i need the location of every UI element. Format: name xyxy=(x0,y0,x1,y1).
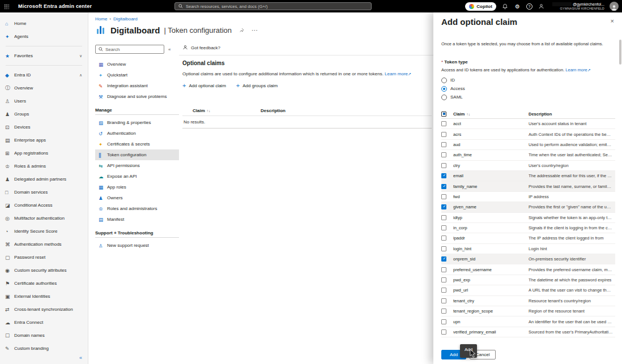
avatar[interactable] xyxy=(610,2,619,11)
add-optional-claim-button[interactable]: + Add optional claim xyxy=(182,83,226,89)
claim-row[interactable]: verified_primary_email Sourced from the … xyxy=(441,327,615,337)
sidebar-item[interactable]: ◎ Multifactor authentication xyxy=(0,212,88,225)
sidebar-item[interactable]: ⇄ Cross-tenant synchronization xyxy=(0,303,88,316)
subnav-item[interactable]: ↺ Authentication xyxy=(95,128,179,139)
subnav-item[interactable]: ||| Token configuration xyxy=(95,149,179,160)
claim-checkbox[interactable] xyxy=(441,152,446,157)
subnav-item[interactable]: Support + Troubleshooting xyxy=(95,229,179,238)
claim-checkbox[interactable] xyxy=(441,215,446,220)
claim-checkbox[interactable] xyxy=(441,277,446,282)
sidebar-item[interactable]: ▢ Password reset xyxy=(0,251,88,264)
subnav-item[interactable]: ⇆ API permissions xyxy=(95,160,179,171)
claim-checkbox[interactable] xyxy=(441,204,446,209)
close-icon[interactable]: × xyxy=(610,17,615,25)
sidebar-item[interactable]: ♟ Groups xyxy=(0,108,88,121)
claim-row[interactable]: idtyp Signals whether the token is an ap… xyxy=(441,213,615,223)
claim-checkbox[interactable] xyxy=(441,163,446,168)
claim-row[interactable]: tenant_ctry Resource tenant's country/re… xyxy=(441,296,615,306)
copilot-button[interactable]: Copilot xyxy=(465,2,496,11)
more-options-icon[interactable]: ⋯ xyxy=(252,27,258,34)
sidebar-collapse-button[interactable]: « xyxy=(79,355,82,361)
sidebar-item[interactable]: ✎ Custom branding xyxy=(0,342,88,355)
claim-column-header[interactable]: Claim↑↓ xyxy=(453,112,529,117)
sidebar-item[interactable]: ⌂ Home xyxy=(0,17,88,30)
global-search-input[interactable]: Search resources, services, and docs (G+… xyxy=(174,2,372,10)
sidebar-item[interactable]: ♟ Delegated admin partners xyxy=(0,173,88,186)
sidebar-item[interactable]: ◉ Custom security attributes xyxy=(0,264,88,277)
subnav-item[interactable]: ✎ Integration assistant xyxy=(95,80,179,91)
claim-checkbox[interactable] xyxy=(441,246,446,251)
claim-row[interactable]: auth_time Time when the user last authen… xyxy=(441,150,615,160)
sidebar-item[interactable]: ♔ Roles & admins xyxy=(0,160,88,173)
claim-checkbox[interactable] xyxy=(441,309,446,314)
sidebar-item[interactable]: ⓘ Overview xyxy=(0,82,88,95)
claim-row[interactable]: pwd_url A URL that the user can visit to… xyxy=(441,285,615,296)
claim-row[interactable]: tenant_region_scope Region of the resour… xyxy=(441,306,615,316)
sidebar-item[interactable]: □ Domain services xyxy=(0,186,88,199)
claim-checkbox[interactable] xyxy=(441,235,446,241)
subnav-item[interactable]: ▧ Branding & properties xyxy=(95,117,179,128)
subnav-item[interactable]: ✦ Certificates & secrets xyxy=(95,139,179,149)
claim-checkbox[interactable] xyxy=(441,288,446,293)
settings-gear-icon[interactable]: ⚙ xyxy=(514,3,521,10)
claim-checkbox[interactable] xyxy=(441,319,446,324)
claim-checkbox[interactable] xyxy=(441,132,446,137)
subnav-item[interactable]: ▦ Overview xyxy=(95,59,179,70)
subnav-collapse-button[interactable]: « xyxy=(168,47,171,52)
claim-checkbox[interactable] xyxy=(441,267,446,272)
learn-more-link[interactable]: Learn more xyxy=(565,67,587,72)
claim-row[interactable]: ipaddr The IP address the client logged … xyxy=(441,233,615,243)
claim-row[interactable]: preferred_username Provides the preferre… xyxy=(441,264,615,275)
claim-column-header[interactable]: Claim↑↓ xyxy=(193,108,261,113)
breadcrumb-current-link[interactable]: Digitalboard xyxy=(113,16,138,22)
claim-row[interactable]: acrs Auth Context IDs of the operations … xyxy=(441,129,615,139)
claim-row[interactable]: given_name Provides the first or "given"… xyxy=(441,202,615,212)
claim-row[interactable]: family_name Provides the last name, surn… xyxy=(441,181,615,191)
subnav-item[interactable]: ♔ Roles and administrators xyxy=(95,203,179,214)
sidebar-item[interactable]: ▣ External Identities xyxy=(0,290,88,303)
got-feedback-button[interactable]: Got feedback? xyxy=(182,45,220,50)
subnav-search-input[interactable]: Search xyxy=(95,45,164,54)
token-type-radio[interactable]: Access xyxy=(441,84,615,93)
sidebar-item[interactable]: ⊡ Devices xyxy=(0,121,88,134)
select-all-checkbox[interactable] xyxy=(441,112,446,117)
subnav-item[interactable]: ⚒ Diagnose and solve problems xyxy=(95,91,179,102)
sidebar-item[interactable] xyxy=(6,65,82,66)
notifications-bell-icon[interactable] xyxy=(501,3,509,10)
waffle-menu-icon[interactable] xyxy=(0,0,12,12)
subnav-item[interactable]: Manage xyxy=(95,106,179,115)
claim-checkbox[interactable] xyxy=(441,173,446,178)
sidebar-item[interactable] xyxy=(6,46,82,46)
claim-checkbox[interactable] xyxy=(441,121,446,126)
subnav-item[interactable]: ♙ New support request xyxy=(95,240,179,251)
sidebar-item[interactable]: ◪ Conditional Access xyxy=(0,199,88,212)
claim-checkbox[interactable] xyxy=(441,225,446,230)
claim-row[interactable]: ctry User's country/region xyxy=(441,161,615,171)
subnav-item[interactable]: ✦ Quickstart xyxy=(95,70,179,80)
claim-checkbox[interactable] xyxy=(441,256,446,262)
sidebar-item[interactable]: ☁ Entra Connect xyxy=(0,316,88,329)
claim-row[interactable]: email The addressable email for this use… xyxy=(441,171,615,181)
claim-row[interactable]: aud Used to perform audience validation;… xyxy=(441,140,615,150)
claim-checkbox[interactable] xyxy=(441,142,446,147)
sidebar-item[interactable]: ◆ Entra ID ∧ xyxy=(0,68,88,82)
token-type-radio[interactable]: SAML xyxy=(441,93,615,101)
sidebar-item[interactable]: ✦ Agents xyxy=(0,30,88,43)
sidebar-item[interactable]: ▤ Enterprise apps xyxy=(0,134,88,147)
subnav-item[interactable]: ♟ Owners xyxy=(95,192,179,203)
sidebar-item[interactable]: ◔ Identity Secure Score xyxy=(0,225,88,238)
sidebar-item[interactable]: ⊞ App registrations xyxy=(0,147,88,160)
token-type-radio[interactable]: ID xyxy=(441,76,615,84)
scrollbar-thumb[interactable] xyxy=(619,40,621,65)
sidebar-item[interactable]: ♙ Users xyxy=(0,95,88,108)
subnav-item[interactable]: ▦ App roles xyxy=(95,182,179,192)
help-icon[interactable]: ? xyxy=(526,3,532,10)
claim-row[interactable]: acct User's account status in tenant xyxy=(441,119,615,129)
sidebar-item[interactable]: ★ Favorites ∨ xyxy=(0,49,88,62)
subnav-item[interactable]: ☁ Expose an API xyxy=(95,171,179,182)
sidebar-item[interactable]: ⌘ Authentication methods xyxy=(0,238,88,251)
claim-row[interactable]: upn An identifier for the user that can … xyxy=(441,316,615,327)
breadcrumb-home-link[interactable]: Home xyxy=(95,16,107,22)
claim-row[interactable]: login_hint Login hint xyxy=(441,244,615,254)
claim-row[interactable]: onprem_sid On-premises security identifi… xyxy=(441,254,615,264)
